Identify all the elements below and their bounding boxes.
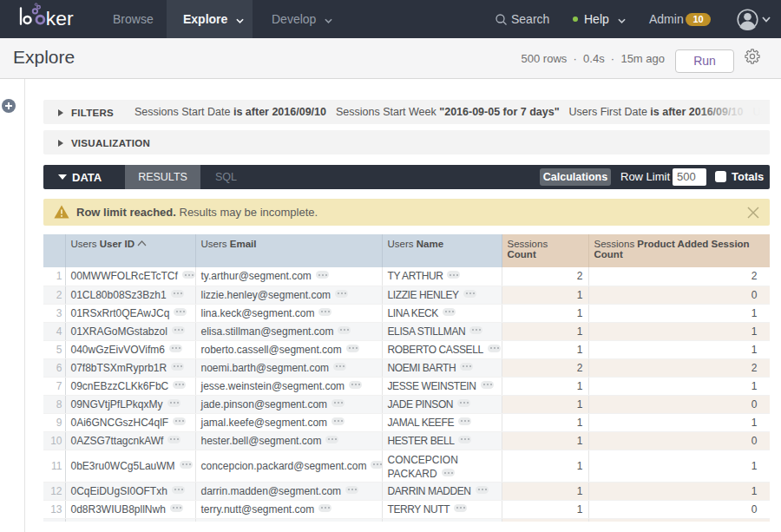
- svg-text:ker: ker: [46, 7, 74, 30]
